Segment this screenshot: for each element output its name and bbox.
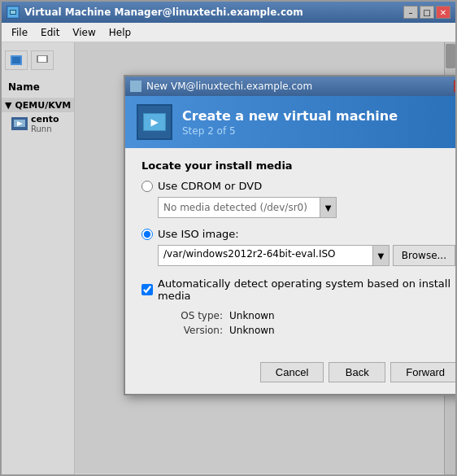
modal-overlay: New VM@linuxtechi.example.com ✕ Create a…: [75, 42, 455, 474]
iso-option-label: Use ISO image:: [158, 228, 239, 240]
svg-rect-2: [11, 11, 15, 14]
dialog-title-text: New VM@linuxtechi.example.com: [146, 81, 454, 92]
version-label: Version:: [158, 325, 223, 336]
locate-media-label: Locate your install media: [141, 159, 455, 172]
dialog-footer: Cancel Back Forward: [125, 356, 455, 394]
outer-titlebar: Virtual Machine Manager@linuxtechi.examp…: [2, 2, 455, 23]
vm-icon: [11, 117, 28, 130]
arrow-icon: ▼: [5, 100, 11, 111]
right-panel: New VM@linuxtechi.example.com ✕ Create a…: [75, 42, 455, 474]
sidebar-toolbar-btn2[interactable]: [31, 50, 54, 70]
auto-detect-row: Automatically detect operating system ba…: [141, 277, 455, 302]
browse-button[interactable]: Browse...: [393, 245, 455, 266]
forward-button[interactable]: Forward: [390, 362, 455, 382]
menu-help[interactable]: Help: [102, 25, 137, 40]
vm-status: Runn: [31, 124, 59, 133]
sidebar-item-vm[interactable]: cento Runn: [2, 112, 74, 135]
outer-window: Virtual Machine Manager@linuxtechi.examp…: [0, 0, 457, 476]
sidebar: Name ▼ QEMU/KVM cento Runn: [2, 42, 75, 474]
sidebar-name-label: Name: [2, 76, 74, 98]
close-button[interactable]: ✕: [436, 6, 450, 19]
svg-rect-4: [12, 57, 20, 63]
maximize-button[interactable]: □: [420, 6, 434, 19]
app-icon: [7, 6, 20, 19]
cdrom-dropdown-row: No media detected (/dev/sr0) ▼: [158, 197, 455, 218]
new-vm-dialog: New VM@linuxtechi.example.com ✕ Create a…: [124, 75, 455, 395]
iso-radio[interactable]: [141, 229, 153, 240]
dialog-header-title: Create a new virtual machine: [182, 108, 398, 124]
iso-path-value: /var/windows2012r2-64bit-eval.ISO: [163, 248, 336, 260]
sidebar-vm-group-label: QEMU/KVM: [15, 100, 71, 111]
os-info-grid: OS type: Unknown Version: Unknown: [158, 310, 455, 336]
cancel-button[interactable]: Cancel: [260, 362, 324, 382]
vm-info: cento Runn: [31, 114, 59, 133]
sidebar-toolbar-btn1[interactable]: [5, 50, 28, 70]
iso-input-row: /var/windows2012r2-64bit-eval.ISO ▼ Brow…: [158, 245, 455, 266]
menu-file[interactable]: File: [5, 25, 34, 40]
cdrom-radio[interactable]: [141, 181, 153, 192]
iso-path-field[interactable]: /var/windows2012r2-64bit-eval.ISO: [158, 245, 373, 266]
iso-radio-row: Use ISO image:: [141, 228, 455, 240]
window-title: Virtual Machine Manager@linuxtechi.examp…: [24, 7, 403, 18]
cdrom-option-label: Use CDROM or DVD: [158, 180, 262, 192]
minimize-button[interactable]: –: [403, 6, 418, 19]
cdrom-dropdown-value: No media detected (/dev/sr0): [163, 202, 315, 213]
dialog-header: Create a new virtual machine Step 2 of 5: [125, 96, 455, 148]
cdrom-dropdown-arrow[interactable]: ▼: [320, 197, 337, 218]
window-controls: – □ ✕: [403, 6, 450, 19]
version-value: Unknown: [229, 325, 455, 336]
header-text: Create a new virtual machine Step 2 of 5: [182, 108, 398, 137]
auto-detect-label: Automatically detect operating system ba…: [158, 277, 455, 302]
os-type-label: OS type:: [158, 310, 223, 321]
iso-dropdown-arrow[interactable]: ▼: [373, 245, 390, 266]
cdrom-dropdown[interactable]: No media detected (/dev/sr0): [158, 197, 320, 218]
dialog-title-icon: [130, 81, 141, 92]
header-icon-inner: [143, 113, 166, 131]
svg-rect-6: [38, 56, 46, 62]
back-button[interactable]: Back: [329, 362, 385, 382]
dialog-titlebar: New VM@linuxtechi.example.com ✕: [125, 76, 455, 96]
auto-detect-checkbox[interactable]: [141, 284, 153, 295]
vm-name: cento: [31, 114, 59, 124]
dialog-body: Locate your install media Use CDROM or D…: [125, 148, 455, 356]
dialog-close-button[interactable]: ✕: [454, 81, 455, 92]
menu-edit[interactable]: Edit: [34, 25, 66, 40]
menu-view[interactable]: View: [66, 25, 102, 40]
dialog-header-subtitle: Step 2 of 5: [182, 125, 398, 137]
main-area: Name ▼ QEMU/KVM cento Runn: [2, 42, 455, 474]
os-type-value: Unknown: [229, 310, 455, 321]
menubar: File Edit View Help: [2, 23, 455, 42]
header-icon: [137, 104, 172, 140]
cdrom-radio-row: Use CDROM or DVD: [141, 180, 455, 192]
sidebar-vm-group[interactable]: ▼ QEMU/KVM: [2, 98, 74, 112]
